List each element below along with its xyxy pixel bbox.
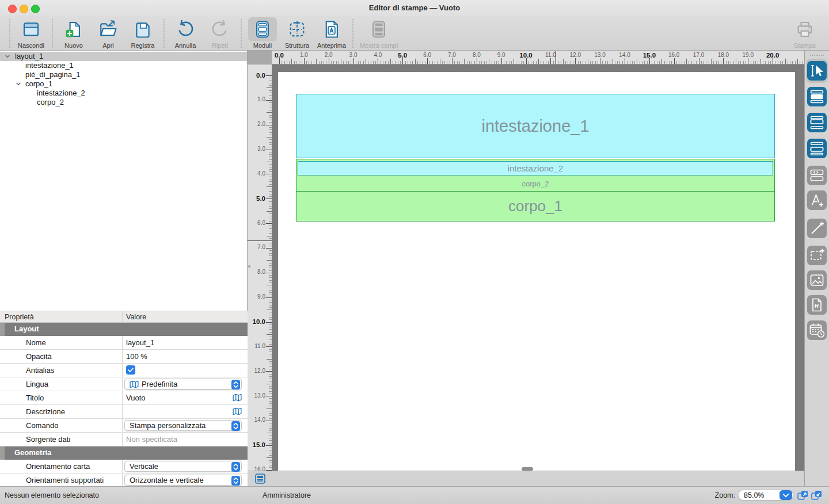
- toolbar-button-nuovo[interactable]: Nuovo: [56, 17, 91, 49]
- date-field-icon: [807, 320, 827, 340]
- ruler-label: 7.0: [257, 244, 265, 250]
- toolbar-button-label: Apri: [102, 42, 114, 49]
- toolbar-button-anteprima[interactable]: Anteprima: [314, 17, 349, 49]
- property-row-descrizione[interactable]: Descrizione: [0, 405, 248, 419]
- popup-stepper-icon: [231, 476, 240, 486]
- tree-item-pie-di-pagina-1[interactable]: pié_di_pagina_1: [0, 70, 247, 79]
- chevron-down-icon[interactable]: [16, 81, 21, 87]
- toolbar-button-moduli[interactable]: Moduli: [245, 17, 280, 49]
- band-corpo-2[interactable]: corpo_2: [296, 176, 774, 192]
- ruler-major-tick: [266, 174, 272, 174]
- add-label-icon: [807, 190, 827, 210]
- ruler-major-tick: [266, 125, 272, 125]
- toolbar-button-label: Moduli: [253, 42, 272, 49]
- band-body-button[interactable]: [807, 87, 827, 106]
- band-view-icon[interactable]: [255, 474, 265, 484]
- toolbar-button-nascondi[interactable]: Nascondi: [14, 17, 48, 49]
- ruler-label: 3.0: [349, 52, 358, 58]
- dropdown-value: Stampa personalizzata: [130, 421, 241, 430]
- column-divider: [122, 377, 123, 391]
- ruler-major-tick: [600, 58, 600, 64]
- title-bar: Editor di stampe — Vuoto: [0, 0, 829, 16]
- zoom-reduce-icon[interactable]: [811, 490, 822, 500]
- cursor-tool-icon: [807, 61, 827, 81]
- band-corpo-1[interactable]: intestazione_2 corpo_2 corpo_1: [296, 159, 775, 222]
- property-section-geometria[interactable]: Geometria: [0, 446, 248, 460]
- chevron-down-icon[interactable]: [5, 54, 10, 59]
- tree-item-label: pié_di_pagina_1: [25, 70, 80, 79]
- cursor-tool-button[interactable]: [807, 61, 827, 81]
- band-intestazione-1[interactable]: intestazione_1: [296, 94, 775, 158]
- column-divider: [122, 364, 123, 377]
- ruler-major-tick: [329, 58, 329, 64]
- tree-item-corpo-1[interactable]: corpo_1: [0, 79, 247, 89]
- add-image-button: [807, 270, 827, 290]
- ruler-label: 4.0: [374, 52, 382, 58]
- property-row-opacita[interactable]: Opacità100 %: [0, 350, 248, 364]
- zoom-select[interactable]: 85.0%: [738, 490, 793, 501]
- panel-resize-handle[interactable]: [248, 265, 250, 268]
- ruler-label: 9.0: [497, 52, 505, 58]
- property-row-orientamento-carta[interactable]: Orientamento cartaVerticale: [0, 460, 248, 474]
- property-row-orientamenti-supportati[interactable]: Orientamenti supportatiOrizzontale e ver…: [0, 474, 248, 486]
- map-icon: [130, 380, 139, 388]
- ruler-label: 18.0: [718, 52, 729, 58]
- tree-item-intestazione-2[interactable]: intestazione_2: [0, 89, 247, 98]
- vertical-ruler: 0.01.02.03.04.05.06.07.08.09.010.011.012…: [248, 64, 272, 471]
- lingua-dropdown[interactable]: Predefinita: [124, 379, 242, 390]
- tree-item-intestazione-1[interactable]: intestazione_1: [0, 61, 247, 70]
- tree-item-layout-1[interactable]: layout_1: [0, 52, 247, 61]
- ruler-major-tick: [266, 297, 272, 298]
- property-row-antialias[interactable]: Antialias: [0, 364, 248, 377]
- property-row-titolo[interactable]: TitoloVuoto: [0, 391, 248, 405]
- toolbar-button-annulla[interactable]: Annulla: [168, 17, 203, 49]
- column-divider: [122, 474, 123, 486]
- property-row-lingua[interactable]: LinguaPredefinita: [0, 377, 248, 391]
- ruler-major-tick: [266, 223, 272, 224]
- property-label: Titolo: [26, 394, 44, 402]
- band-header-button[interactable]: [807, 113, 827, 132]
- band-intestazione-1-label: intestazione_1: [481, 117, 589, 136]
- ruler-label: 14.0: [254, 417, 265, 423]
- band-corpo-1-label-area: corpo_1: [296, 192, 774, 221]
- add-label-button: [807, 190, 827, 210]
- tree-item-corpo-2[interactable]: corpo_2: [0, 98, 247, 107]
- ruler-major-tick: [266, 346, 272, 347]
- tools-panel-handle[interactable]: [810, 55, 824, 56]
- toolbar-button-apri[interactable]: Apri: [91, 17, 126, 49]
- property-section-layout[interactable]: Layout: [0, 323, 248, 336]
- section-gutter: [0, 446, 5, 460]
- ruler-label: 2.0: [325, 52, 333, 58]
- toolbar-button-registra[interactable]: Registra: [126, 17, 160, 49]
- page: intestazione_1 intestazione_2 corpo_2 co…: [278, 72, 795, 471]
- chevron-down-icon: [779, 490, 792, 500]
- zoom-expand-icon[interactable]: [797, 490, 808, 500]
- tree-item-label: layout_1: [15, 52, 43, 61]
- toolbar-button-label: Anteprima: [317, 42, 346, 49]
- add-line-button: [807, 219, 827, 238]
- ruler-label: 11.0: [254, 343, 265, 349]
- ruler-label: 11.0: [545, 52, 556, 58]
- orientamenti-supportati-dropdown[interactable]: Orizzontale e verticale: [124, 475, 242, 486]
- orientamento-carta-dropdown[interactable]: Verticale: [124, 461, 242, 472]
- toolbar-button-struttura[interactable]: Struttura: [280, 17, 314, 49]
- add-line-icon: [807, 219, 827, 238]
- ruler-major-tick: [402, 58, 403, 64]
- band-footer-button[interactable]: [807, 139, 827, 158]
- toolbar-button-ripeti: Ripeti: [203, 17, 237, 49]
- antialias-checkbox[interactable]: [126, 365, 135, 375]
- property-label: Descrizione: [26, 407, 65, 416]
- ruler-label: 15.0: [253, 441, 265, 448]
- ruler-major-tick: [748, 58, 748, 64]
- toolbar-separator: [163, 19, 165, 48]
- property-row-nome[interactable]: Nomelayout_1: [0, 336, 248, 350]
- band-intestazione-2[interactable]: intestazione_2: [298, 161, 773, 175]
- add-image-icon: [807, 270, 827, 290]
- ruler-major-tick: [266, 273, 272, 273]
- ruler-major-tick: [304, 58, 305, 64]
- ruler-major-tick: [266, 421, 272, 421]
- comando-dropdown[interactable]: Stampa personalizzata: [124, 420, 242, 431]
- band-corpo-1-label: corpo_1: [508, 197, 562, 215]
- property-row-comando[interactable]: ComandoStampa personalizzata: [0, 419, 248, 433]
- property-row-sorgente-dati[interactable]: Sorgente datiNon specificata: [0, 433, 248, 446]
